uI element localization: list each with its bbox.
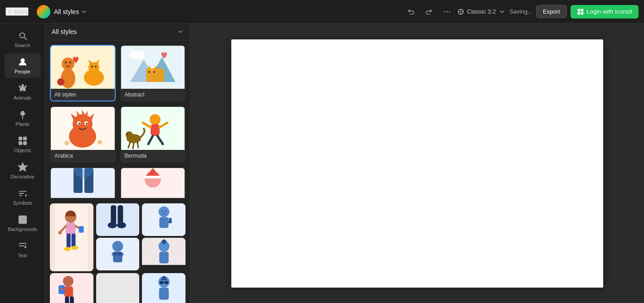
svg-rect-5 xyxy=(581,9,583,11)
svg-point-28 xyxy=(95,66,97,67)
style-card-bermuda[interactable]: Bermuda xyxy=(120,106,186,163)
svg-point-84 xyxy=(64,247,71,251)
svg-rect-6 xyxy=(577,12,580,14)
sidebar-item-plants[interactable]: Plants xyxy=(5,106,41,130)
ratio-selector[interactable]: Classic 3:2 xyxy=(457,8,506,15)
style-card-abstract[interactable]: Abstract xyxy=(120,45,186,101)
svg-rect-77 xyxy=(66,222,76,234)
back-label: Back xyxy=(15,8,28,15)
svg-point-27 xyxy=(91,66,93,67)
svg-point-10 xyxy=(23,89,25,91)
style-panel-title: All styles xyxy=(52,28,77,35)
people-strip xyxy=(50,203,185,271)
svg-line-67 xyxy=(137,142,138,148)
svg-point-54 xyxy=(98,140,102,144)
svg-line-66 xyxy=(133,143,134,149)
style-card-arabica[interactable]: Arabica xyxy=(50,106,116,163)
canvas-board xyxy=(231,39,603,288)
redo-button[interactable] xyxy=(423,5,435,18)
style-cards-grid: All styles xyxy=(45,40,190,167)
sidebar-nav: Search People Animals xyxy=(0,24,45,303)
svg-point-90 xyxy=(117,222,126,229)
svg-point-85 xyxy=(72,245,78,250)
svg-rect-83 xyxy=(72,233,76,248)
chevron-down-icon[interactable] xyxy=(177,29,184,35)
sidebar-item-search[interactable]: Search xyxy=(5,27,41,52)
svg-point-79 xyxy=(59,231,62,234)
svg-rect-121 xyxy=(164,281,168,284)
svg-point-38 xyxy=(153,71,155,73)
svg-point-89 xyxy=(107,222,117,229)
people-card-3[interactable] xyxy=(96,238,140,270)
svg-rect-112 xyxy=(64,286,73,297)
style-card-partial-1[interactable] xyxy=(50,167,116,199)
more-options-button[interactable] xyxy=(441,5,454,18)
style-card-all-styles-label: All styles xyxy=(51,89,115,101)
svg-rect-95 xyxy=(117,252,122,255)
people-card-7[interactable] xyxy=(96,273,140,303)
people-strip-2 xyxy=(50,273,185,303)
svg-point-92 xyxy=(112,241,123,252)
style-panel-header: All styles xyxy=(45,24,190,40)
svg-point-56 xyxy=(150,114,161,125)
svg-point-1 xyxy=(446,11,448,12)
sidebar-item-text[interactable]: Text xyxy=(5,237,41,262)
svg-rect-36 xyxy=(146,68,164,82)
sidebar-item-symbols[interactable]: Symbols xyxy=(5,185,41,209)
people-card-5[interactable] xyxy=(142,238,185,265)
svg-point-100 xyxy=(158,207,169,217)
svg-point-9 xyxy=(20,89,22,91)
sidebar-item-animals[interactable]: Animals xyxy=(5,80,41,104)
svg-point-52 xyxy=(86,123,88,125)
svg-rect-14 xyxy=(19,142,21,144)
sidebar-item-people[interactable]: People xyxy=(5,53,41,78)
style-panel: All styles xyxy=(45,24,190,303)
sidebar-item-objects[interactable]: Objects xyxy=(5,132,41,157)
svg-line-98 xyxy=(122,254,123,255)
svg-point-20 xyxy=(62,58,74,70)
svg-rect-12 xyxy=(19,137,21,140)
svg-rect-124 xyxy=(159,288,168,300)
svg-point-108 xyxy=(161,239,166,244)
style-card-partial-2[interactable] xyxy=(120,167,186,199)
back-button[interactable]: Back xyxy=(5,7,29,16)
export-button[interactable]: Export xyxy=(536,5,567,18)
sidebar-item-backgrounds[interactable]: Backgrounds xyxy=(5,211,41,236)
sidebar-item-decorative[interactable]: Decorative xyxy=(5,159,41,183)
people-card-6[interactable] xyxy=(50,273,93,303)
svg-rect-117 xyxy=(97,273,129,303)
svg-rect-81 xyxy=(79,226,84,233)
login-button[interactable]: Login with Icons8 xyxy=(571,5,639,19)
svg-point-21 xyxy=(65,62,67,63)
svg-marker-16 xyxy=(18,163,26,171)
svg-point-34 xyxy=(130,51,137,58)
saving-status: Saving... xyxy=(509,8,532,15)
people-card-4[interactable] xyxy=(142,203,185,236)
svg-point-19 xyxy=(61,68,75,88)
canvas-area xyxy=(190,24,644,303)
main-content: Search People Animals xyxy=(0,24,644,303)
svg-rect-4 xyxy=(577,9,580,11)
svg-rect-57 xyxy=(151,124,160,136)
document-title[interactable]: All styles xyxy=(54,8,87,15)
style-bottom-section xyxy=(45,167,190,303)
svg-rect-116 xyxy=(70,297,74,303)
svg-point-64 xyxy=(126,133,129,135)
toolbar-tools xyxy=(405,5,454,18)
svg-rect-120 xyxy=(159,281,163,284)
svg-point-104 xyxy=(161,210,162,212)
svg-point-8 xyxy=(21,59,24,62)
svg-line-97 xyxy=(112,254,113,255)
svg-point-37 xyxy=(148,71,150,73)
svg-rect-109 xyxy=(159,252,169,264)
people-card-1[interactable] xyxy=(50,203,93,271)
svg-rect-115 xyxy=(65,297,69,303)
style-card-bermuda-label: Bermuda xyxy=(121,150,185,162)
people-card-8[interactable] xyxy=(142,273,185,303)
svg-rect-13 xyxy=(23,137,26,140)
people-card-2[interactable] xyxy=(96,203,140,236)
undo-button[interactable] xyxy=(405,5,417,18)
style-card-all-styles[interactable]: All styles xyxy=(50,45,116,101)
style-card-arabica-label: Arabica xyxy=(51,150,115,162)
svg-point-11 xyxy=(21,111,24,114)
